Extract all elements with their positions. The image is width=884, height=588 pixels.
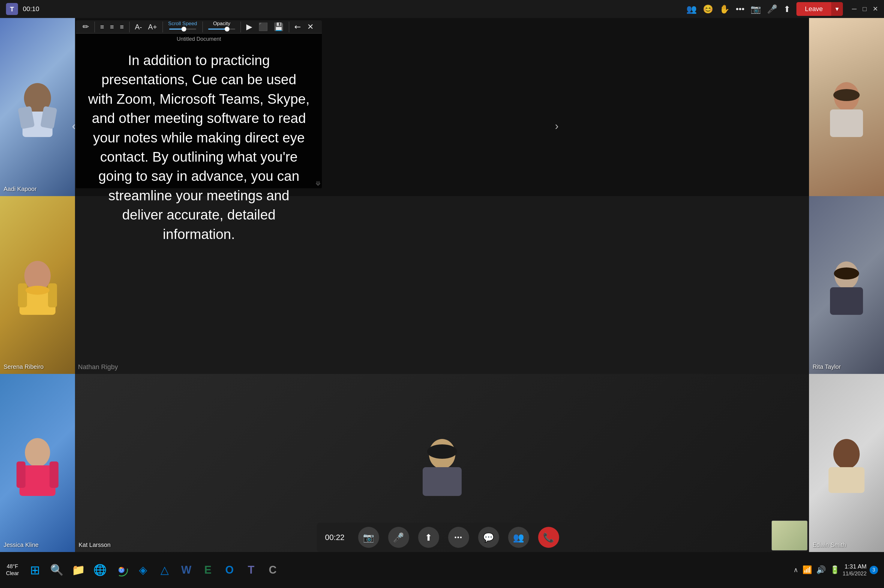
scroll-speed-label: Scroll Speed	[168, 21, 197, 27]
mute-button[interactable]: 🎤	[388, 527, 409, 548]
share-screen-button[interactable]: ⬆	[418, 527, 439, 548]
mic-icon[interactable]: 🎤	[767, 4, 777, 14]
leave-dropdown[interactable]: ▾	[831, 2, 843, 16]
word-icon: W	[181, 564, 191, 576]
divider-4	[203, 22, 203, 32]
svg-rect-22	[423, 467, 462, 496]
azure-button[interactable]: △	[155, 560, 175, 580]
video-cell-woman1	[809, 18, 884, 196]
camera-off-icon[interactable]: 📷	[750, 4, 761, 14]
excel-button[interactable]: E	[198, 560, 218, 580]
save-icon[interactable]: 💾	[272, 20, 285, 33]
leave-button[interactable]: Leave	[796, 2, 831, 16]
outlook-button[interactable]: O	[219, 560, 240, 580]
teams-logo: T	[6, 3, 18, 15]
system-tray: ∧ 📶 🔊 🔋	[793, 565, 840, 574]
participants-button[interactable]: 👥	[508, 527, 529, 548]
network-icon[interactable]: 📶	[802, 565, 812, 574]
weather-condition: Clear	[6, 570, 19, 577]
video-toggle-button[interactable]: 📷	[358, 527, 379, 548]
taskbar-left: 48°F Clear ⊞ 🔍 📁 🌐 ◈	[6, 560, 792, 580]
title-bar-right: 👥 😊 ✋ ••• 📷 🎤 ⬆ Leave ▾ ─ □ ✕	[686, 2, 878, 16]
scroll-speed-slider[interactable]	[169, 28, 196, 33]
share-icon[interactable]: ⬆	[783, 4, 790, 14]
resize-handle[interactable]: ⟱	[315, 180, 321, 187]
cue-button[interactable]: C	[263, 560, 283, 580]
minimize-button[interactable]: ─	[852, 5, 857, 13]
chat-button[interactable]: 💬	[478, 527, 499, 548]
chevron-up-icon[interactable]: ∧	[793, 566, 798, 574]
close-button[interactable]: ✕	[873, 5, 878, 13]
battery-icon[interactable]: 🔋	[830, 565, 840, 574]
scroll-speed-track	[169, 28, 196, 30]
mirror-icon[interactable]: ⬛	[257, 20, 270, 33]
svg-point-17	[25, 438, 50, 467]
title-bar: T 00:10 👥 😊 ✋ ••• 📷 🎤 ⬆ Leave ▾ ─ □ ✕	[0, 0, 884, 18]
people-icon[interactable]: 👥	[686, 4, 697, 14]
svg-rect-20	[50, 462, 59, 488]
svg-rect-11	[18, 284, 27, 308]
leave-button-group: Leave ▾	[796, 2, 843, 16]
outlook-icon: O	[225, 564, 234, 576]
notification-badge[interactable]: 3	[870, 566, 878, 574]
speaker-icon[interactable]: 🔊	[816, 565, 826, 574]
align-center-icon[interactable]: ≡	[108, 21, 116, 33]
taskbar: 48°F Clear ⊞ 🔍 📁 🌐 ◈	[0, 552, 884, 588]
scroll-speed-thumb[interactable]	[182, 27, 186, 32]
nav-left-arrow[interactable]: ‹	[72, 120, 76, 132]
play-icon[interactable]: ▶	[245, 20, 254, 33]
participant-face-serena	[0, 196, 75, 374]
chrome-button[interactable]	[111, 560, 132, 580]
font-decrease-icon[interactable]: A-	[133, 21, 144, 33]
file-explorer-button[interactable]: 📁	[68, 560, 89, 580]
participant-face-jessica	[0, 374, 75, 552]
participant-face-woman1	[809, 18, 884, 196]
start-button[interactable]: ⊞	[25, 560, 45, 580]
edge-button[interactable]: 🌐	[90, 560, 110, 580]
align-left-icon[interactable]: ≡	[98, 21, 106, 33]
svg-point-23	[427, 444, 457, 459]
svg-rect-19	[17, 462, 26, 488]
nav-right-arrow[interactable]: ›	[555, 120, 558, 132]
teleprompter-text-content: In addition to practicing presentations,…	[88, 51, 310, 244]
maximize-button[interactable]: □	[863, 5, 867, 13]
participant-name-serena: Serena Ribeiro	[4, 363, 44, 370]
svg-point-8	[833, 89, 860, 101]
align-right-icon[interactable]: ≡	[118, 21, 126, 33]
resize-icon[interactable]: ↙	[290, 19, 306, 35]
taskbar-right: ∧ 📶 🔊 🔋 1:31 AM 11/6/2022 3	[793, 562, 878, 577]
edit-icon[interactable]: ✏	[81, 20, 91, 33]
close-teleprompter-icon[interactable]: ✕	[305, 20, 315, 33]
title-bar-left: T 00:10	[6, 3, 39, 15]
word-button[interactable]: W	[176, 560, 197, 580]
chrome-icon	[115, 563, 128, 577]
person-silhouette-serena	[14, 255, 62, 315]
opacity-slider[interactable]	[208, 28, 235, 33]
opacity-thumb[interactable]	[225, 27, 230, 32]
vscode-button[interactable]: ◈	[133, 560, 153, 580]
person-silhouette-kat	[415, 430, 469, 496]
participant-face-rita	[809, 196, 884, 374]
participant-name-nathan: Nathan Rigby	[78, 363, 118, 371]
more-options-button[interactable]: •••	[448, 527, 469, 548]
system-clock[interactable]: 1:31 AM 11/6/2022	[843, 562, 867, 577]
end-call-button[interactable]: 📞	[538, 527, 559, 548]
participant-face-aadi	[0, 18, 75, 196]
participant-name-kat: Kat Larsson	[79, 542, 111, 548]
raise-hand-icon[interactable]: ✋	[719, 4, 730, 14]
video-icon: 📷	[363, 532, 374, 543]
search-button[interactable]: 🔍	[47, 560, 67, 580]
more-options-icon[interactable]: •••	[736, 4, 744, 14]
emoji-icon[interactable]: 😊	[703, 4, 713, 14]
vscode-icon: ◈	[139, 564, 147, 576]
teams-taskbar-button[interactable]: T	[241, 560, 261, 580]
font-increase-icon[interactable]: A+	[146, 21, 159, 33]
person-silhouette-rita	[822, 255, 870, 315]
cue-icon: C	[269, 564, 276, 576]
opacity-fill	[208, 28, 227, 30]
clock-date: 11/6/2022	[843, 570, 867, 577]
svg-rect-25	[828, 467, 864, 493]
scroll-speed-control: Scroll Speed	[168, 21, 197, 33]
call-timer: 00:22	[325, 533, 349, 542]
person-silhouette-edwin	[822, 433, 870, 493]
